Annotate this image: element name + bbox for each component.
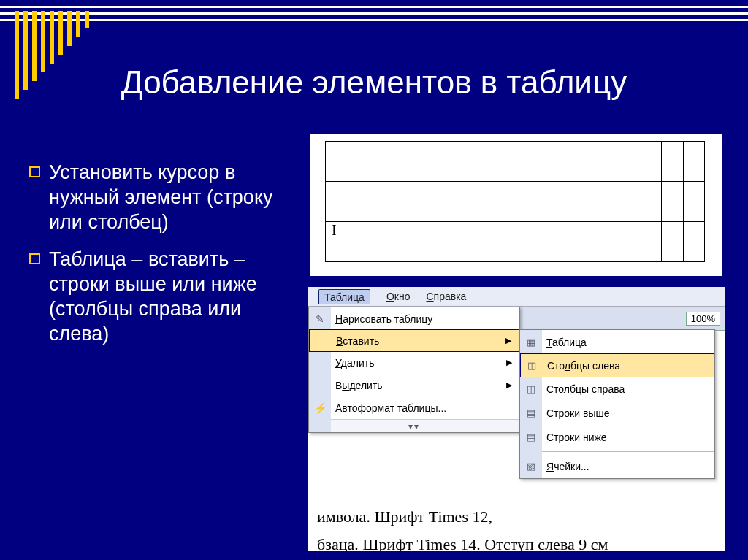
bullet-item: Установить курсор в нужный элемент (стро… bbox=[29, 161, 292, 234]
menu-item-label: Строки ниже bbox=[546, 431, 607, 443]
menu-item-label: Строки выше bbox=[546, 407, 609, 419]
menu-item[interactable]: ✎Нарисовать таблицу bbox=[309, 307, 519, 330]
menu-item[interactable]: ⚡Автоформат таблицы... bbox=[309, 396, 519, 419]
menu-item[interactable]: Вставить▶ bbox=[309, 329, 519, 352]
submenu-arrow-icon: ▶ bbox=[506, 358, 512, 367]
menubar-item-table[interactable]: Таблица bbox=[318, 289, 370, 304]
menu-item-label: Ячейки... bbox=[546, 461, 589, 472]
doc-text-fragment: имвола. Шрифт Times 12, bbox=[317, 507, 716, 526]
sample-table-panel: I bbox=[310, 134, 722, 276]
menu-insert-submenu: ▦Таблица◫Столбцы слева◫Столбцы справа▤Ст… bbox=[519, 329, 715, 479]
table-icon: ▦ bbox=[523, 337, 539, 348]
row-above-icon: ▤ bbox=[523, 407, 539, 418]
bullet-marker-icon bbox=[29, 166, 40, 177]
sample-table: I bbox=[325, 141, 705, 262]
menu-expand-chevron-icon[interactable]: ▾▾ bbox=[309, 419, 519, 432]
doc-text-fragment: бзаца. Шрифт Times 14. Отступ слева 9 см bbox=[317, 535, 716, 551]
menu-item[interactable]: ◫Столбцы слева bbox=[520, 353, 714, 377]
slide-title: Добавление элементов в таблицу bbox=[0, 64, 748, 101]
menubar: Таблица Окно Справка bbox=[308, 287, 725, 307]
cells-icon: ▧ bbox=[523, 461, 539, 472]
menu-item-label: Нарисовать таблицу bbox=[335, 313, 432, 325]
col-left-icon: ◫ bbox=[524, 360, 540, 371]
submenu-arrow-icon: ▶ bbox=[505, 336, 511, 345]
menu-item-label: Столбцы справа bbox=[546, 383, 625, 395]
menu-item[interactable]: ▧Ячейки... bbox=[520, 454, 714, 478]
menubar-item-window[interactable]: Окно bbox=[386, 291, 411, 302]
bullet-text: Установить курсор в нужный элемент (стро… bbox=[49, 161, 292, 234]
menu-item[interactable]: Удалить▶ bbox=[309, 351, 519, 374]
menu-table-dropdown: ✎Нарисовать таблицуВставить▶Удалить▶Выде… bbox=[308, 307, 520, 433]
decor-hbar bbox=[0, 19, 748, 21]
zoom-field[interactable]: 100% bbox=[686, 312, 720, 326]
pencil-icon: ✎ bbox=[312, 313, 328, 325]
word-screenshot: Таблица Окно Справка ✎ ▦ ▤ 📄 ¶ 100% имво… bbox=[308, 287, 725, 551]
row-below-icon: ▤ bbox=[523, 431, 539, 442]
menu-item[interactable]: ▤Строки ниже bbox=[520, 425, 714, 449]
cursor-cell[interactable]: I bbox=[326, 222, 662, 262]
menu-item[interactable]: Выделить▶ bbox=[309, 374, 519, 396]
menu-separator bbox=[542, 451, 714, 452]
submenu-arrow-icon: ▶ bbox=[506, 380, 512, 390]
menu-item[interactable]: ▦Таблица bbox=[520, 330, 714, 354]
autofmt-icon: ⚡ bbox=[312, 402, 328, 414]
decor-hbar bbox=[0, 6, 748, 8]
menubar-item-help[interactable]: Справка bbox=[426, 291, 466, 302]
table-row bbox=[326, 142, 705, 182]
col-right-icon: ◫ bbox=[523, 383, 539, 394]
menu-item-label: Выделить bbox=[335, 380, 383, 391]
table-row: I bbox=[326, 222, 705, 262]
menu-item-label: Автоформат таблицы... bbox=[335, 402, 446, 414]
decor-hbar bbox=[0, 12, 748, 15]
table-row bbox=[326, 182, 705, 222]
bullet-marker-icon bbox=[29, 253, 40, 264]
menu-item-label: Вставить bbox=[336, 335, 379, 347]
menu-item-label: Таблица bbox=[546, 337, 587, 348]
menu-item-label: Столбцы слева bbox=[547, 360, 620, 372]
menu-item[interactable]: ◫Столбцы справа bbox=[520, 377, 714, 401]
bullet-list: Установить курсор в нужный элемент (стро… bbox=[29, 161, 292, 359]
bullet-text: Таблица – вставить – строки выше или ниж… bbox=[49, 248, 292, 346]
bullet-item: Таблица – вставить – строки выше или ниж… bbox=[29, 248, 292, 346]
menu-item-label: Удалить bbox=[335, 357, 374, 369]
menu-item[interactable]: ▤Строки выше bbox=[520, 401, 714, 425]
